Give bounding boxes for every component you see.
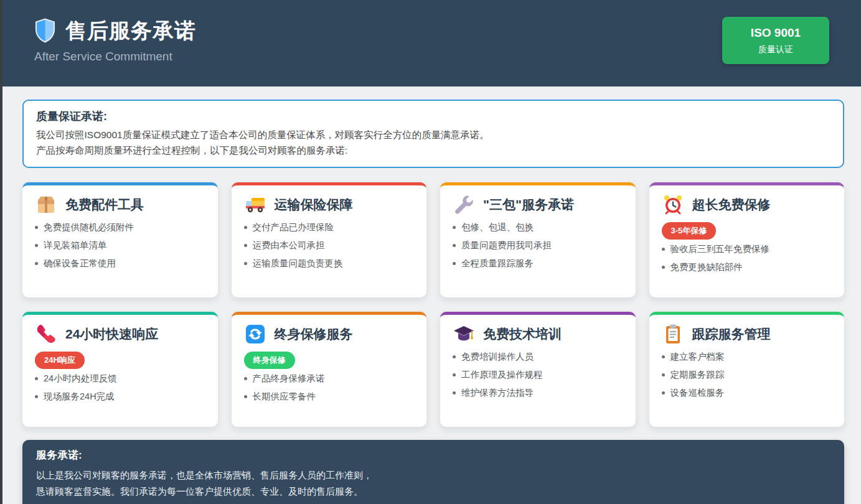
footer-title: 服务承诺:: [36, 448, 830, 462]
card-item: 长期供应零备件: [244, 391, 415, 403]
card-item: 维护保养方法指导: [453, 387, 623, 399]
truck-icon: [244, 194, 266, 216]
card-item: 设备巡检服务: [662, 387, 832, 399]
card-badge: 3-5年保修: [662, 222, 717, 240]
quality-commitment-box: 质量保证承诺: 我公司按照ISO9001质量保证模式建立了适合本公司的质量保证体…: [22, 100, 844, 168]
quality-commitment-title: 质量保证承诺:: [36, 109, 830, 124]
window-edge: [0, 0, 2, 504]
service-card: 跟踪服务管理 建立客户档案定期服务跟踪设备巡检服务: [649, 312, 845, 427]
card-items: 产品终身保修承诺长期供应零备件: [244, 373, 415, 403]
card-items: 交付产品已办理保险运费由本公司承担运输质量问题负责更换: [244, 222, 415, 269]
page-title: 售后服务承诺: [65, 17, 196, 45]
service-card: 免费配件工具 免费提供随机必须附件详见装箱单清单确保设备正常使用: [22, 182, 218, 297]
card-title: 运输保险保障: [275, 196, 353, 213]
card-item: 包修、包退、包换: [453, 222, 623, 233]
card-item: 全程质量跟踪服务: [453, 258, 623, 269]
card-item: 免费更换缺陷部件: [662, 261, 832, 273]
service-card: 超长免费保修 3-5年保修 验收后三到五年免费保修免费更换缺陷部件: [649, 182, 845, 297]
card-title: 跟踪服务管理: [692, 325, 771, 343]
card-item: 质量问题费用我司承担: [453, 240, 623, 251]
iso-badge-line2: 质量认证: [728, 44, 823, 55]
alarm-clock-icon: [662, 194, 684, 216]
card-title: 免费配件工具: [65, 196, 144, 213]
card-item: 验收后三到五年免费保修: [662, 243, 832, 255]
card-item: 免费培训操作人员: [453, 351, 623, 363]
card-items: 验收后三到五年免费保修免费更换缺陷部件: [662, 243, 832, 273]
main-content: 质量保证承诺: 我公司按照ISO9001质量保证模式建立了适合本公司的质量保证体…: [0, 100, 861, 504]
card-items: 免费提供随机必须附件详见装箱单清单确保设备正常使用: [35, 222, 205, 269]
card-item: 交付产品已办理保险: [244, 222, 415, 233]
card-title: 超长免费保修: [692, 196, 771, 213]
service-commitment-footer: 服务承诺: 以上是我公司对顾客的服务承诺，也是全体市场营销、售后服务人员的工作准…: [22, 440, 844, 504]
card-item: 运费由本公司承担: [244, 240, 415, 251]
card-items: 24小时内处理反馈现场服务24H完成: [35, 373, 205, 403]
card-title: 免费技术培训: [483, 325, 562, 343]
service-card: 免费技术培训 免费培训操作人员工作原理及操作规程维护保养方法指导: [440, 312, 636, 427]
page-subtitle: After Service Commitment: [34, 50, 196, 63]
card-items: 建立客户档案定期服务跟踪设备巡检服务: [662, 351, 832, 399]
card-item: 免费提供随机必须附件: [35, 222, 205, 233]
service-card: "三包"服务承诺 包修、包退、包换质量问题费用我司承担全程质量跟踪服务: [440, 182, 636, 297]
refresh-icon: [244, 323, 266, 345]
card-item: 建立客户档案: [662, 351, 832, 363]
footer-line2: 恳请顾客监督实施。我们承诺为每一位客户提供优质、专业、及时的售后服务。: [36, 483, 830, 500]
phone-icon: [35, 323, 57, 345]
shield-icon: [34, 18, 56, 44]
card-item: 工作原理及操作规程: [453, 369, 623, 381]
service-card: 运输保险保障 交付产品已办理保险运费由本公司承担运输质量问题负责更换: [232, 182, 427, 297]
iso-badge-line1: ISO 9001: [728, 26, 823, 40]
card-badge: 24H响应: [35, 352, 85, 369]
quality-commitment-line2: 产品按寿命周期质量环进行全过程控制，以下是我公司对顾客的服务承诺:: [36, 142, 830, 158]
card-item: 运输质量问题负责更换: [244, 258, 415, 269]
card-item: 现场服务24H完成: [35, 391, 205, 403]
card-item: 定期服务跟踪: [662, 369, 832, 381]
card-badge: 终身保修: [244, 352, 295, 369]
card-items: 包修、包退、包换质量问题费用我司承担全程质量跟踪服务: [453, 222, 623, 269]
card-title: 24小时快速响应: [65, 325, 158, 343]
service-card: 终身保修服务 终身保修 产品终身保修承诺长期供应零备件: [232, 312, 427, 427]
header-left: 售后服务承诺 After Service Commitment: [34, 17, 196, 63]
iso-badge: ISO 9001 质量认证: [722, 17, 829, 64]
clipboard-icon: [662, 323, 684, 345]
card-item: 24小时内处理反馈: [35, 373, 205, 385]
cards-grid: 免费配件工具 免费提供随机必须附件详见装箱单清单确保设备正常使用 运输保险保障 …: [22, 182, 844, 427]
wrench-icon: [453, 194, 475, 216]
package-icon: [35, 194, 57, 216]
card-item: 产品终身保修承诺: [244, 373, 415, 385]
page-header: 售后服务承诺 After Service Commitment ISO 9001…: [0, 0, 861, 86]
card-items: 免费培训操作人员工作原理及操作规程维护保养方法指导: [453, 351, 623, 399]
graduation-cap-icon: [453, 323, 475, 345]
card-item: 确保设备正常使用: [35, 258, 205, 269]
service-card: 24小时快速响应 24H响应 24小时内处理反馈现场服务24H完成: [22, 312, 218, 427]
card-item: 详见装箱单清单: [35, 240, 205, 251]
quality-commitment-line1: 我公司按照ISO9001质量保证模式建立了适合本公司的质量保证体系，对顾客实行全…: [36, 127, 830, 142]
footer-line1: 以上是我公司对顾客的服务承诺，也是全体市场营销、售后服务人员的工作准则，: [36, 467, 830, 483]
card-title: "三包"服务承诺: [483, 196, 574, 213]
card-title: 终身保修服务: [275, 325, 353, 343]
